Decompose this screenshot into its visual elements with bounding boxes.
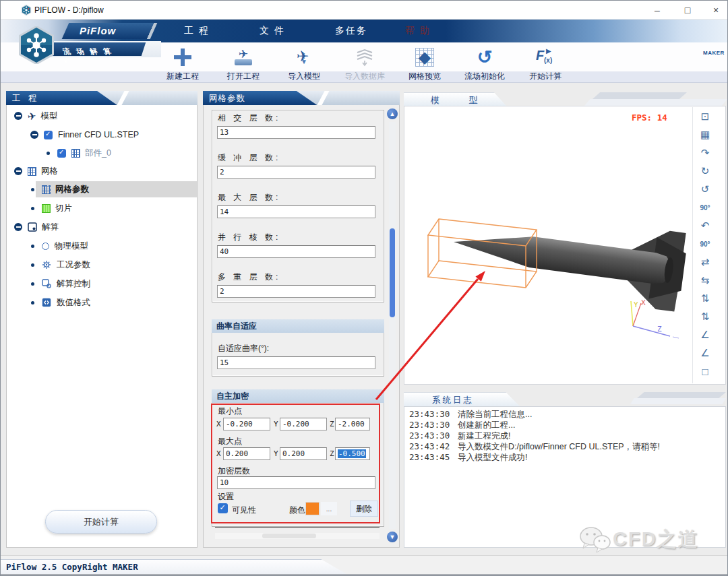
mesh-panel-title: 网格参数 [203, 91, 400, 104]
status-text: PiFlow 2.5 CopyRight MAKER [1, 562, 138, 572]
start-calc-toolbar-button[interactable]: F ▶ (x) 开始计算 [516, 43, 575, 82]
rotate-90z-icon[interactable]: 90° [695, 236, 715, 251]
clip-box-icon[interactable]: □ [695, 364, 715, 379]
mesh-preview-icon: ◆ [415, 48, 434, 67]
intersect-layers-input[interactable] [217, 126, 375, 139]
snap-z-pos-icon[interactable]: ∠ [695, 327, 715, 342]
vertical-scrollbar[interactable] [389, 122, 396, 529]
flip-x-pos-icon[interactable]: ⇄ [695, 255, 715, 269]
solver-control-icon [42, 279, 51, 288]
max-layers-input[interactable] [217, 205, 375, 218]
tree-item-solver[interactable]: 解算 [6, 219, 197, 235]
rotate-view-icon[interactable]: ↷ [695, 146, 715, 160]
project-panel-header: 工 程 [6, 91, 198, 105]
log-lines: 23:43:30清除当前工程信息... 23:43:30创建新的工程... 23… [409, 409, 722, 463]
curvature-input[interactable] [217, 356, 375, 369]
part-grid-icon [71, 149, 80, 158]
tree-item-physics[interactable]: 物理模型 [6, 238, 197, 254]
import-model-icon: ✈ ▼ [294, 44, 314, 71]
fit-view-icon[interactable]: ⊡ [695, 109, 715, 124]
title-bar: PIFLOW - D:/piflow – □ × [1, 1, 727, 20]
menu-help[interactable]: 帮 助 [405, 25, 431, 38]
axis-y-glyph: Y [634, 300, 638, 309]
checkbox-checked-icon[interactable] [57, 149, 66, 158]
vertical-scroll-thumb[interactable] [390, 228, 395, 317]
horizontal-scroll-thumb[interactable] [262, 534, 316, 538]
app-logo-icon [18, 26, 55, 64]
gear-icon [42, 260, 51, 269]
tree-item-slice[interactable]: 切片 [6, 200, 197, 216]
tab-decoration [593, 92, 687, 99]
new-project-label: 新建工程 [166, 71, 199, 82]
import-database-button[interactable]: 导入数据库 [335, 43, 394, 82]
mesh-preview-label: 网格预览 [408, 71, 441, 82]
tree-item-mesh-params[interactable]: 网格参数 [6, 181, 197, 197]
scroll-up-button[interactable]: ▲ [387, 108, 398, 119]
mode-selector[interactable]: 流 场 解 算 ▼ [49, 42, 146, 56]
start-calc-button[interactable]: 开始计算 [45, 510, 157, 534]
menu-file[interactable]: 文 件 [260, 25, 285, 38]
close-button[interactable]: × [702, 1, 728, 20]
multigrid-layers-input[interactable] [217, 285, 375, 298]
flip-y-pos-icon[interactable]: ⇅ [695, 291, 715, 306]
tree-item-step-file[interactable]: Finner CFD UL.STEP [6, 127, 197, 143]
scroll-down-button[interactable]: ▼ [387, 532, 398, 542]
buffer-layers-input[interactable] [217, 166, 375, 179]
tree-item-conditions[interactable]: 工况参数 [6, 257, 197, 273]
open-project-label: 打开工程 [227, 71, 260, 82]
window-title: PIFLOW - D:/piflow [34, 5, 104, 15]
tree-item-part0[interactable]: 部件_0 [6, 145, 197, 161]
collapse-icon[interactable] [30, 131, 38, 139]
collapse-icon[interactable] [14, 112, 22, 120]
axis-z-glyph: Z [657, 325, 662, 333]
bullet-icon [47, 152, 50, 155]
new-project-button[interactable]: 新建工程 [153, 43, 212, 82]
log-tab[interactable]: 系统日志 [404, 392, 520, 406]
minimize-button[interactable]: – [643, 1, 671, 20]
watermark: CFD之道 [578, 525, 699, 554]
tree-item-numeric-format[interactable]: 数值格式 [6, 294, 197, 311]
menu-project[interactable]: 工 程 [184, 25, 210, 38]
maximize-button[interactable]: □ [673, 1, 702, 20]
physics-circle-icon [42, 243, 49, 250]
collapse-icon[interactable] [14, 223, 22, 231]
init-flow-button[interactable]: ↺ 流场初始化 [455, 43, 514, 82]
log-tab-label: 系统日志 [404, 393, 520, 406]
parallel-cores-input[interactable] [217, 245, 375, 258]
rotate-x-icon[interactable]: ↻ [695, 164, 715, 179]
flip-y-neg-icon[interactable]: ⇅ [695, 309, 715, 324]
mesh-grid-icon [28, 167, 36, 176]
tree-item-label: 网格 [41, 166, 58, 177]
maker-badge: MAKER [703, 50, 725, 56]
flip-x-neg-icon[interactable]: ⇆ [695, 273, 715, 288]
mesh-params-icon [42, 185, 51, 194]
log-entry: 23:43:30清除当前工程信息... [409, 409, 722, 420]
import-model-button[interactable]: ✈ ▼ 导入模型 [274, 43, 334, 82]
field-label: 并 行 核 数: [218, 232, 280, 243]
watermark-text: CFD之道 [613, 526, 699, 553]
slice-icon [42, 204, 51, 213]
mesh-view-icon[interactable]: ▦ [695, 127, 715, 142]
rotate-90x-icon[interactable]: 90° [695, 200, 715, 215]
tree-item-model[interactable]: ✈ 模型 [6, 108, 197, 124]
checkbox-checked-icon[interactable] [44, 131, 53, 139]
import-database-label: 导入数据库 [344, 71, 385, 82]
rotate-y-icon[interactable]: ↺ [695, 182, 715, 197]
open-project-button[interactable]: ✈ 打开工程 [214, 43, 273, 82]
viewport-tab[interactable]: 模 型 [404, 92, 506, 106]
horizontal-scrollbar[interactable] [215, 533, 380, 539]
tree-item-solver-control[interactable]: 解算控制 [6, 276, 197, 292]
tree-item-label: 数值格式 [57, 297, 90, 309]
tree-item-label: 解算 [42, 222, 59, 233]
project-panel-title: 工 程 [6, 91, 198, 104]
tree-item-label: 网格参数 [55, 184, 89, 195]
snap-z-neg-icon[interactable]: ∠ [695, 346, 715, 360]
rotate-back-icon[interactable]: ↶ [695, 218, 715, 233]
start-calc-label: 开始计算 [529, 71, 562, 82]
collapse-icon[interactable] [14, 167, 22, 175]
import-model-label: 导入模型 [288, 71, 320, 82]
tree-item-mesh[interactable]: 网格 [6, 163, 197, 179]
mesh-preview-button[interactable]: ◆ 网格预览 [395, 43, 454, 82]
menu-multitask[interactable]: 多任务 [335, 25, 367, 38]
chevron-down-icon: ▼ [55, 57, 144, 65]
